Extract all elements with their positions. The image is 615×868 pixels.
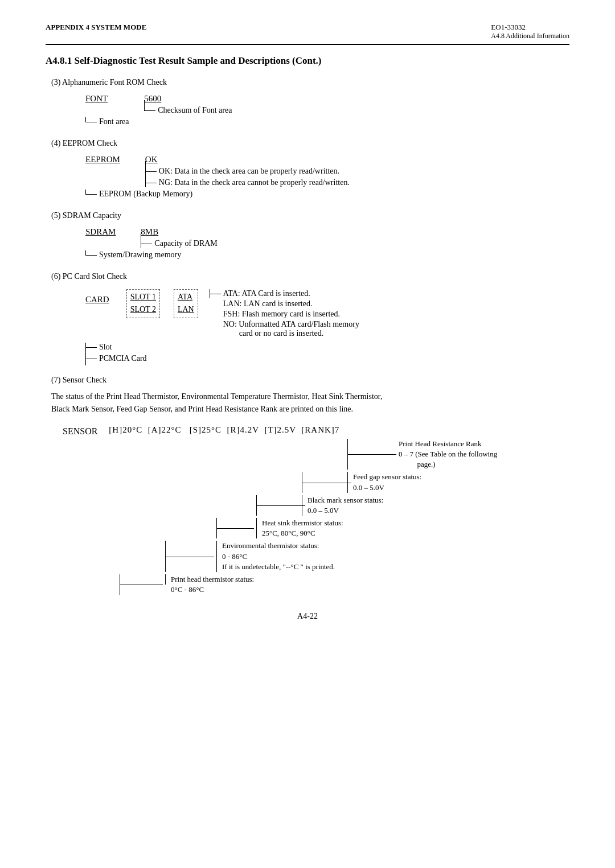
subsection-card: (6) PC Card Slot Check CARD SLOT 1 SLOT …	[46, 272, 569, 363]
eeprom-root: EEPROM	[85, 155, 120, 164]
header-doc-number: EO1-33032	[491, 23, 569, 32]
header-left: APPENDIX 4 SYSTEM MODE	[46, 23, 146, 32]
card-label: (6) PC Card Slot Check	[51, 272, 569, 281]
sensor-diagram: SENSOR [H]20°C [A]22°C [S]25°C [R]4.2V […	[57, 425, 569, 595]
card-root: CARD	[85, 295, 109, 305]
card-diagram: CARD SLOT 1 SLOT 2 ATA LAN	[80, 287, 569, 363]
sdram-label: (5) SDRAM Capacity	[51, 211, 569, 220]
eeprom-value: OK	[145, 155, 350, 164]
subsection-font: (3) Alphanumeric Font ROM Check FONT 560…	[46, 78, 569, 126]
card-no-desc-block: NO: Unformatted ATA card/Flash memory ca…	[210, 320, 359, 338]
eeprom-label: (4) EEPROM Check	[51, 139, 569, 148]
sensor-label: (7) Sensor Check	[51, 376, 569, 385]
card-lan: LAN	[178, 303, 194, 316]
card-slot-desc: Slot	[99, 343, 112, 351]
eeprom-backup-desc: EEPROM (Backup Memory)	[99, 190, 192, 198]
font-diagram: FONT 5600 Checksum of Font area Font are…	[80, 93, 569, 126]
sdram-diagram: SDRAM 8MB Capacity of DRAM System/Drawin…	[80, 226, 569, 260]
card-types-box: ATA LAN	[174, 289, 198, 318]
sensor-description: The status of the Print Head Thermistor,…	[51, 390, 569, 416]
header-right: EO1-33032 A4.8 Additional Information	[491, 23, 569, 40]
sensor-root: SENSOR	[63, 426, 97, 437]
sensor-heatsink-desc: Heat sink thermistor status: 25°C, 80°C,…	[262, 518, 569, 538]
eeprom-ok-desc: OK: Data in the check area can be proper…	[159, 167, 339, 175]
sdram-system-desc: System/Drawing memory	[99, 250, 181, 259]
card-slots-box: SLOT 1 SLOT 2	[126, 289, 160, 318]
card-pcmcia-desc: PCMCIA Card	[99, 354, 147, 363]
sdram-capacity-desc: Capacity of DRAM	[154, 239, 217, 248]
page-header: APPENDIX 4 SYSTEM MODE EO1-33032 A4.8 Ad…	[46, 23, 569, 40]
sensor-env-desc: Environmental thermistor status: 0 - 86°…	[222, 541, 569, 572]
card-ata-desc: ATA: ATA Card is inserted.	[223, 289, 310, 298]
sensor-values: [H]20°C [A]22°C [S]25°C [R]4.2V [T]2.5V …	[109, 425, 339, 435]
header-section: A4.8 Additional Information	[491, 32, 569, 40]
sensor-printhead-desc: Print head thermistor status: 0°C - 86°C	[171, 574, 569, 595]
sdram-value: 8MB	[141, 227, 217, 237]
card-lan-desc: LAN: LAN card is inserted.	[223, 299, 313, 308]
font-root: FONT	[85, 94, 108, 104]
sensor-rank-desc: Print Head Resistance Rank 0 – 7 (See Ta…	[399, 439, 569, 470]
sensor-blackmark-desc: Black mark sensor status: 0.0 – 5.0V	[308, 495, 569, 516]
subsection-sdram: (5) SDRAM Capacity SDRAM 8MB Capacity of…	[46, 211, 569, 260]
card-type-descs: ATA: ATA Card is inserted. LAN: LAN card…	[210, 289, 359, 338]
card-fsh-desc-block: FSH: Flash memory card is inserted.	[210, 310, 359, 319]
card-ata: ATA	[178, 291, 194, 303]
subsection-eeprom: (4) EEPROM Check EEPROM OK OK: Data in t…	[46, 139, 569, 199]
card-slot2: SLOT 2	[130, 303, 156, 316]
card-slot1: SLOT 1	[130, 291, 156, 303]
page-footer: A4-22	[46, 612, 569, 621]
eeprom-diagram: EEPROM OK OK: Data in the check area can…	[80, 154, 569, 199]
font-value: 5600	[144, 94, 232, 104]
header-divider	[46, 44, 569, 45]
font-checksum-desc: Checksum of Font area	[158, 106, 232, 114]
subsection-sensor: (7) Sensor Check The status of the Print…	[46, 376, 569, 595]
card-fsh-desc: FSH: Flash memory card is inserted.	[223, 310, 340, 318]
card-lan-desc-block: LAN: LAN card is inserted.	[210, 299, 359, 308]
page: APPENDIX 4 SYSTEM MODE EO1-33032 A4.8 Ad…	[0, 0, 615, 868]
sensor-feedgap-desc: Feed gap sensor status: 0.0 – 5.0V	[353, 472, 569, 492]
card-no-desc: NO: Unformatted ATA card/Flash memory ca…	[223, 320, 359, 338]
font-label: (3) Alphanumeric Font ROM Check	[51, 78, 569, 87]
section-title: A4.8.1 Self-Diagnostic Test Result Sampl…	[46, 55, 569, 67]
font-area-desc: Font area	[99, 117, 129, 126]
eeprom-ng-desc: NG: Data in the check area cannot be pro…	[159, 178, 350, 187]
sdram-root: SDRAM	[85, 227, 116, 237]
